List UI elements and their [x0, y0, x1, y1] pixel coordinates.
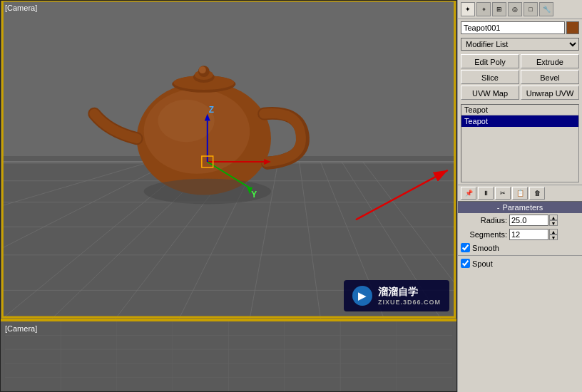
object-name-row	[458, 19, 582, 36]
divider	[458, 255, 582, 256]
btn-row-3: UVW Map Unwrap UVW	[461, 86, 579, 100]
watermark: ▶ 溜溜自学 ZIXUE.3D66.COM	[344, 280, 449, 311]
extrude-button[interactable]: Extrude	[521, 54, 579, 68]
watermark-cn-text: 溜溜自学	[378, 286, 441, 299]
icon-grid[interactable]: ⊞	[492, 2, 506, 16]
segments-spinner: ▲ ▼	[549, 229, 558, 240]
params-header: - Parameters	[458, 202, 582, 213]
smooth-label: Smooth	[472, 244, 499, 252]
icon-cursor[interactable]: ⌖	[476, 2, 491, 16]
viewport-label: [Camera]	[5, 4, 37, 12]
uvw-map-button[interactable]: UVW Map	[461, 86, 519, 100]
icon-circle[interactable]: ◎	[508, 2, 522, 16]
radius-row: Radius: ▲ ▼	[458, 213, 582, 227]
svg-point-29	[199, 66, 206, 73]
segments-spin-down[interactable]: ▼	[549, 234, 558, 240]
viewport-area: [Camera]	[0, 0, 457, 392]
stack-btn-pin[interactable]: 📌	[461, 187, 476, 200]
smooth-checkbox[interactable]	[461, 243, 470, 252]
toolbar-icons: ✦ ⌖ ⊞ ◎ □ 🔧	[458, 0, 582, 19]
icon-star[interactable]: ✦	[461, 2, 475, 16]
unwrap-uvw-button[interactable]: Unwrap UVW	[521, 86, 579, 100]
segments-spin-up[interactable]: ▲	[549, 229, 558, 234]
bottom-panel: [Camera]	[1, 320, 456, 391]
params-minus[interactable]: -	[497, 203, 500, 212]
scene-svg: Z Y	[1, 1, 456, 319]
object-name-input[interactable]	[461, 21, 565, 34]
params-section: - Parameters Radius: ▲ ▼ Segments: ▲ ▼	[458, 201, 582, 392]
spout-row: Spout	[458, 257, 582, 269]
bottom-grid	[1, 321, 456, 391]
modifier-list-select[interactable]: Modifier List	[461, 38, 579, 51]
icon-wrench[interactable]: 🔧	[539, 2, 553, 16]
spout-label: Spout	[472, 259, 493, 268]
spout-checkbox[interactable]	[461, 259, 470, 268]
watermark-en-text: ZIXUE.3D66.COM	[378, 299, 441, 306]
radius-spin-up[interactable]: ▲	[549, 215, 558, 220]
right-panel: ✦ ⌖ ⊞ ◎ □ 🔧 Modifier List Edit Poly Extr…	[457, 0, 582, 392]
stack-btn-cut[interactable]: ✂	[495, 187, 511, 200]
btn-row-1: Edit Poly Extrude	[461, 54, 579, 68]
radius-spin-down[interactable]: ▼	[549, 220, 558, 226]
svg-text:Z: Z	[209, 105, 214, 115]
modifier-buttons: Edit Poly Extrude Slice Bevel UVW Map Un…	[458, 52, 582, 102]
stack-btn-copy[interactable]: 📋	[512, 187, 528, 200]
bevel-button[interactable]: Bevel	[521, 70, 579, 84]
radius-input[interactable]	[509, 215, 548, 226]
watermark-icon: ▶	[352, 286, 372, 306]
segments-row: Segments: ▲ ▼	[458, 227, 582, 242]
svg-text:Y: Y	[251, 190, 257, 200]
stack-btn-delete[interactable]: 🗑	[529, 187, 545, 200]
slice-button[interactable]: Slice	[461, 70, 519, 84]
radius-label: Radius:	[461, 216, 507, 225]
modifier-list-row: Modifier List	[458, 36, 582, 52]
stack-item[interactable]: Teapot	[461, 115, 578, 127]
segments-input[interactable]	[509, 229, 548, 240]
segments-label: Segments:	[461, 230, 507, 239]
stack-header: Teapot	[461, 105, 578, 115]
bottom-label: [Camera]	[5, 324, 37, 333]
stack-toolbar: 📌 ⏸ ✂ 📋 🗑	[458, 185, 582, 201]
stack-area: Teapot Teapot	[461, 104, 579, 182]
btn-row-2: Slice Bevel	[461, 70, 579, 84]
params-title: Parameters	[502, 203, 543, 212]
smooth-row: Smooth	[458, 242, 582, 254]
viewport-main[interactable]: [Camera]	[1, 1, 456, 320]
color-swatch[interactable]	[566, 21, 579, 34]
icon-square[interactable]: □	[524, 2, 538, 16]
stack-btn-pause[interactable]: ⏸	[478, 187, 494, 200]
radius-spinner: ▲ ▼	[549, 215, 558, 226]
edit-poly-button[interactable]: Edit Poly	[461, 54, 519, 68]
watermark-text: 溜溜自学 ZIXUE.3D66.COM	[378, 286, 441, 306]
